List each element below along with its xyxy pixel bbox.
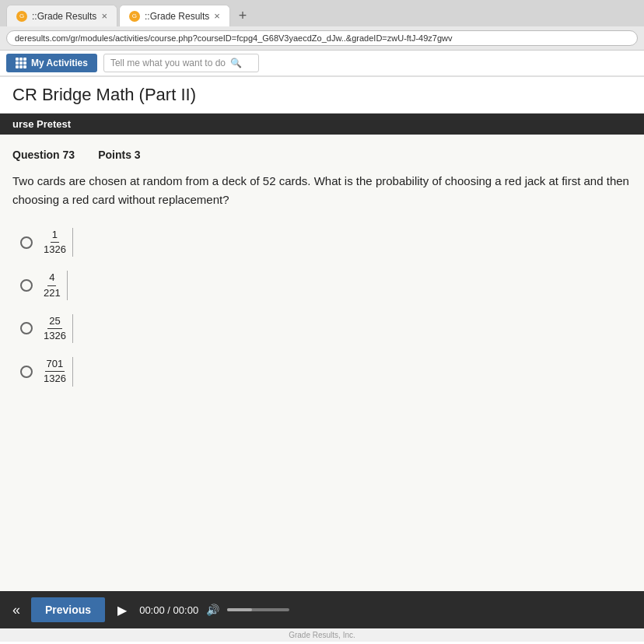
numerator-d: 701 (45, 357, 65, 372)
grid-icon (16, 58, 26, 68)
question-area: Question 73 Points 3 Two cards are chose… (0, 135, 644, 394)
question-number: Question 73 (12, 149, 75, 161)
section-header: urse Pretest (0, 114, 644, 135)
page-title-bar: CR Bridge Math (Part II) (0, 77, 644, 114)
tab-1[interactable]: G ::Grade Results × (6, 5, 117, 26)
tab-bar: G ::Grade Results × G ::Grade Results × … (0, 0, 644, 26)
answer-choices: 1 1326 4 221 25 1326 (12, 228, 632, 387)
fraction-b: 4 221 (42, 271, 68, 299)
tell-me-input[interactable]: Tell me what you want to do 🔍 (103, 54, 259, 72)
tab-2[interactable]: G ::Grade Results × (119, 5, 230, 26)
denominator-b: 221 (42, 286, 62, 300)
tab2-close-icon[interactable]: × (214, 10, 220, 22)
choice-a[interactable]: 1 1326 (20, 228, 632, 257)
radio-a[interactable] (20, 236, 33, 249)
choice-b[interactable]: 4 221 (20, 271, 632, 299)
bottom-bar: « Previous ▶ 00:00 / 00:00 🔊 (0, 591, 644, 628)
app-nav: My Activities Tell me what you want to d… (0, 51, 644, 77)
audio-progress-bar[interactable] (227, 608, 289, 611)
numerator-b: 4 (47, 271, 56, 285)
radio-b[interactable] (20, 279, 33, 292)
footer-label: Grade Results, Inc. (289, 631, 355, 639)
radio-d[interactable] (20, 366, 33, 378)
address-bar: deresults.com/gr/modules/activities/cour… (0, 26, 644, 50)
denominator-d: 1326 (42, 372, 68, 386)
choice-d[interactable]: 701 1326 (20, 357, 632, 386)
choice-c[interactable]: 25 1326 (20, 314, 632, 343)
radio-c[interactable] (20, 322, 33, 334)
question-points: Points 3 (98, 149, 140, 161)
url-display[interactable]: deresults.com/gr/modules/activities/cour… (6, 30, 638, 46)
page-title: CR Bridge Math (Part II) (12, 85, 632, 105)
fraction-a: 1 1326 (42, 228, 73, 257)
tab2-favicon: G (129, 11, 140, 22)
my-activities-label: My Activities (31, 58, 88, 68)
new-tab-button[interactable]: + (232, 5, 254, 26)
play-button[interactable]: ▶ (113, 603, 131, 618)
tab2-label: ::Grade Results (145, 11, 209, 22)
browser-chrome: G ::Grade Results × G ::Grade Results × … (0, 0, 644, 51)
time-current: 00:00 / 00:00 (139, 604, 198, 616)
tab1-close-icon[interactable]: × (101, 10, 107, 22)
chevron-left-icon[interactable]: « (9, 602, 23, 618)
search-icon: 🔍 (230, 58, 242, 68)
footer: Grade Results, Inc. (0, 628, 644, 642)
tell-me-text: Tell me what you want to do (110, 58, 226, 68)
section-header-label: urse Pretest (12, 118, 71, 130)
numerator-a: 1 (51, 228, 59, 243)
my-activities-button[interactable]: My Activities (6, 54, 97, 72)
tab1-label: ::Grade Results (32, 11, 96, 22)
tab1-favicon: G (16, 11, 27, 22)
previous-button[interactable]: Previous (31, 597, 105, 622)
fraction-c: 25 1326 (42, 314, 73, 343)
question-text: Two cards are chosen at random from a de… (12, 172, 632, 209)
volume-icon[interactable]: 🔊 (206, 604, 219, 616)
denominator-a: 1326 (42, 243, 68, 257)
question-meta: Question 73 Points 3 (12, 149, 632, 161)
content-spacer (0, 394, 644, 592)
fraction-d: 701 1326 (42, 357, 73, 386)
main-content: My Activities Tell me what you want to d… (0, 51, 644, 642)
numerator-c: 25 (47, 314, 61, 329)
audio-progress-fill (227, 608, 252, 611)
denominator-c: 1326 (42, 329, 68, 343)
